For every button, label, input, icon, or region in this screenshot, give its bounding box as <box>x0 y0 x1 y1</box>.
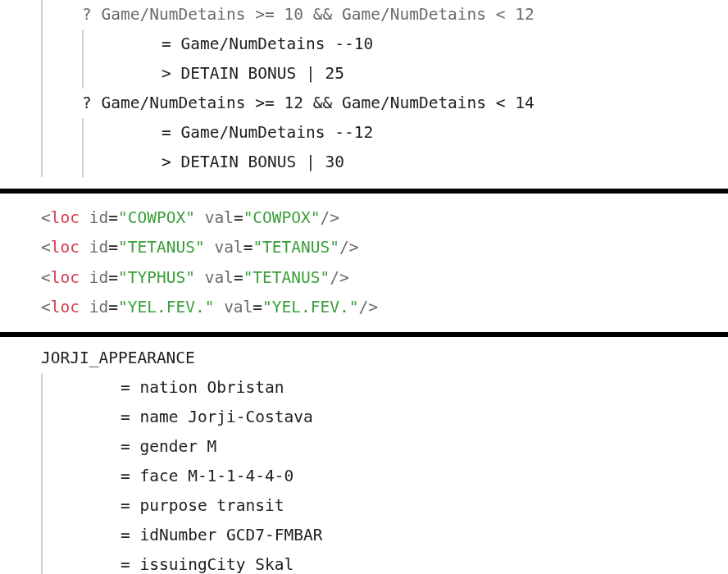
condition-line: ? Game/NumDetains >= 12 && Game/NumDetai… <box>82 89 728 118</box>
assign-line: = gender M <box>82 432 728 462</box>
angle-bracket: < <box>41 208 51 227</box>
cond-body-2: = Game/NumDetains --12 > DETAIN BONUS | … <box>82 118 728 177</box>
condition-line: ? Game/NumDetains >= 10 && Game/NumDetai… <box>82 0 728 30</box>
code-block-xml: <loc id="COWPOX" val="COWPOX"/> <loc id=… <box>0 194 728 331</box>
xml-attr-val: val <box>205 208 234 227</box>
angle-bracket: /> <box>321 208 339 227</box>
code-block-detain: ? Game/NumDetains >= 10 && Game/NumDetai… <box>0 0 728 189</box>
assign-line: = idNumber GCD7-FMBAR <box>82 521 728 550</box>
xml-row: <loc id="YEL.FEV." val="YEL.FEV."/> <box>41 293 728 322</box>
xml-row: <loc id="COWPOX" val="COWPOX"/> <box>41 203 728 233</box>
section-header: JORJI_APPEARANCE <box>41 344 728 373</box>
cond-body-1: = Game/NumDetains --10 > DETAIN BONUS | … <box>82 30 728 89</box>
xml-row: <loc id="TETANUS" val="TETANUS"/> <box>41 233 728 262</box>
xml-val-val: "COWPOX" <box>243 208 321 227</box>
section-body: = nation Obristan = name Jorji-Costava =… <box>41 373 728 574</box>
output-line: > DETAIN BONUS | 30 <box>123 148 728 177</box>
xml-attr-id: id <box>89 208 108 227</box>
assign-line: = purpose transit <box>82 491 728 521</box>
assign-line: = face M-1-1-4-4-0 <box>82 462 728 491</box>
output-line: > DETAIN BONUS | 25 <box>123 59 728 89</box>
xml-val-id: "COWPOX" <box>118 208 195 227</box>
assign-line: = Game/NumDetains --10 <box>123 30 728 59</box>
xml-tag: loc <box>51 208 80 227</box>
cond-group-1: ? Game/NumDetains >= 10 && Game/NumDetai… <box>41 0 728 177</box>
assign-line: = nation Obristan <box>82 373 728 403</box>
xml-row: <loc id="TYPHUS" val="TETANUS"/> <box>41 263 728 293</box>
assign-line: = name Jorji-Costava <box>82 403 728 432</box>
assign-line: = Game/NumDetains --12 <box>123 118 728 148</box>
code-block-jorji: JORJI_APPEARANCE = nation Obristan = nam… <box>0 337 728 574</box>
assign-line: = issuingCity Skal <box>82 550 728 574</box>
